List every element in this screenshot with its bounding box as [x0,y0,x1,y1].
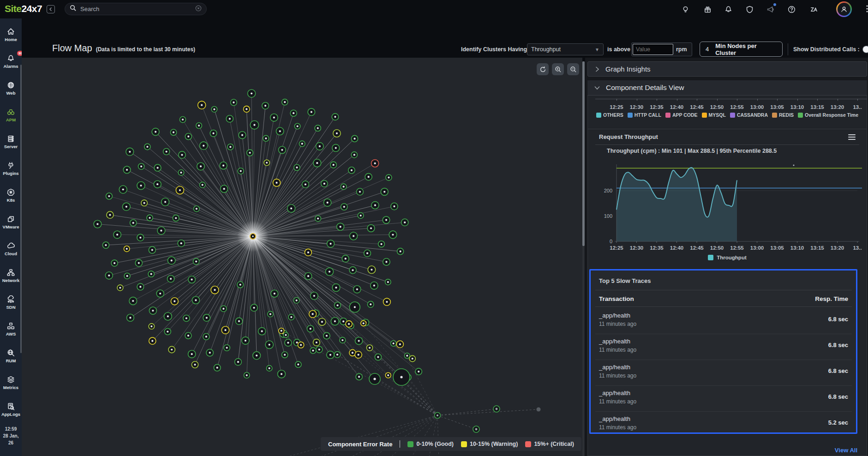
search-input[interactable]: Search [65,3,207,15]
threshold-value-input[interactable] [633,44,673,55]
trace-time-ago: 11 minutes ago [599,424,636,431]
component-legend-item[interactable]: MYSQL [702,112,726,118]
metric-select[interactable]: Throughput ▼ [527,43,604,55]
trace-transaction[interactable]: _app/health [599,312,630,319]
chevron-down-icon: ▼ [595,47,599,52]
gift-icon[interactable] [700,1,715,17]
cloud-icon [7,241,15,250]
sidebar-item-plugins[interactable]: Plugins [0,161,22,185]
sidebar-item-sdn[interactable]: SDN [0,294,22,318]
axis-tick [797,99,798,101]
error-rate-legend-item: 15%+ (Critical) [525,441,574,447]
sidebar-item-web[interactable]: Web [0,80,22,104]
vmware-icon [7,214,15,223]
trace-transaction[interactable]: _app/health [599,364,630,371]
trace-transaction[interactable]: _app/health [599,338,630,345]
sidebar-item-home[interactable]: Home [0,27,22,51]
sidebar-item-label: Home [5,37,17,42]
more-menu-icon[interactable] [859,1,868,17]
megaphone-icon[interactable] [762,1,778,17]
zia-icon[interactable] [806,1,821,17]
component-legend-item[interactable]: APP CODE [665,112,698,118]
sidebar-item-apm[interactable]: APM [0,107,22,131]
time-axis-label: 12:25 [605,104,628,110]
component-legend-item[interactable]: REDIS [772,112,794,118]
search-icon [70,5,77,13]
search-placeholder: Search [80,6,192,12]
sidebar-item-server[interactable]: Server [0,134,22,158]
bell-icon[interactable] [720,1,736,17]
view-all-link[interactable]: View All [784,447,857,454]
trace-row[interactable]: _app/health 11 minutes ago 5.2 sec [599,412,848,438]
lightbulb-icon[interactable] [677,1,693,17]
sidebar-item-aws[interactable]: AWS [0,321,22,345]
time-axis-label: 12:35 [645,104,668,110]
metric-selected-value: Throughput [531,46,561,53]
time-axis-label: 13:15 [806,104,829,110]
collapse-panel-icon[interactable] [47,5,55,13]
clear-search-icon[interactable] [195,5,202,13]
sidebar-item-vmware[interactable]: VMware [0,214,22,238]
component-error-rate-legend: Component Error Rate 0-10% (Good)10-15% … [321,437,581,451]
page-title-row: Flow Map (Data is limited to the last 30… [52,43,195,54]
page-subtitle: (Data is limited to the last 30 minutes) [96,46,195,53]
time-axis-label: 13:00 [746,104,769,110]
svg-text:12:55: 12:55 [730,245,744,251]
sidebar-item-label: Metrics [3,385,18,390]
flow-map-canvas[interactable]: Component Error Rate 0-10% (Good)10-15% … [22,58,582,456]
component-legend-item[interactable]: OTHERS [596,112,623,118]
component-details-header[interactable]: Component Details View [587,80,867,96]
trace-transaction[interactable]: _app/health [599,390,630,396]
axis-tick [857,99,858,101]
site24x7-logo[interactable]: Site24x7 [5,3,42,14]
sidebar-item-k8s[interactable]: K8s [0,187,22,211]
map-scrollbar-thumb[interactable] [582,61,585,246]
throughput-chart[interactable]: 12:2512:3012:3512:4012:4512:5012:5513:00… [595,160,867,254]
min-nodes-box[interactable]: 4 Min Nodes per Cluster [700,42,783,57]
graph-insights-header[interactable]: Graph Insights [587,61,867,77]
divider [595,144,859,145]
divider [595,290,852,290]
axis-tick [657,99,657,101]
help-icon[interactable] [784,1,799,17]
unit-label: rpm [676,46,689,53]
sidebar-clock: 12:59 28 Jan, 26 [0,426,22,446]
is-above-label: is above [607,46,630,53]
sidebar-item-applogs[interactable]: AppLogs [0,402,22,426]
time-axis-label: 13:05 [766,104,789,110]
trace-transaction[interactable]: _app/health [599,415,630,422]
axis-tick [817,99,818,101]
throughput-stats: Throughput (cpm) : Min 101 | Max 288.5 |… [607,148,777,154]
sidebar-item-rum[interactable]: RUM [0,348,22,372]
sidebar-item-cloud[interactable]: Cloud [0,241,22,265]
alarms-icon: 99+ [7,54,15,63]
component-legend-item[interactable]: Overall Response Time [798,112,858,118]
left-sidebar: Home99+AlarmsWebAPMServerPluginsK8sVMwar… [0,18,22,456]
component-legend-item[interactable]: HTTP CALL [628,112,661,118]
column-resp-time: Resp. Time [815,295,848,302]
trace-row[interactable]: _app/health 11 minutes ago 6.8 sec [599,386,848,412]
trace-resp-time: 6.8 sec [828,342,848,348]
shield-icon[interactable] [742,1,757,17]
distributed-calls-toggle[interactable] [862,46,868,53]
sidebar-item-label: AWS [6,331,16,336]
metrics-icon [7,375,15,384]
axis-tick [637,99,637,101]
sidebar-item-alarms[interactable]: 99+Alarms [0,54,22,78]
trace-row[interactable]: _app/health 11 minutes ago 6.8 sec [599,360,848,386]
sidebar-item-metrics[interactable]: Metrics [0,375,22,399]
divider [595,306,852,307]
refresh-button[interactable] [537,63,549,75]
trace-row[interactable]: _app/health 11 minutes ago 6.8 sec [599,308,848,334]
avatar[interactable] [836,1,852,17]
sidebar-item-network[interactable]: Network [0,268,22,292]
clock-time: 12:59 [0,426,22,432]
trace-time-ago: 11 minutes ago [599,398,636,405]
min-nodes-value[interactable]: 4 [706,46,709,53]
component-legend-item[interactable]: CASSANDRA [730,112,768,118]
zoom-in-button[interactable] [552,63,564,75]
zoom-out-button[interactable] [567,63,579,75]
chart-menu-icon[interactable] [848,134,856,140]
applogs-icon [7,402,15,411]
trace-row[interactable]: _app/health 11 minutes ago 6.8 sec [599,334,848,360]
